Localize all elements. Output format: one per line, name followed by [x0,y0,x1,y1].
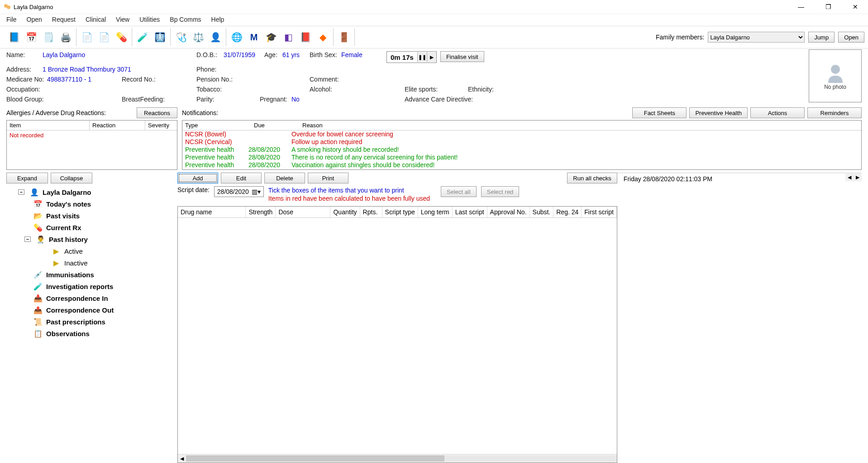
window-horizontal-scrollbar[interactable]: ◀ ▶ [845,173,862,181]
notification-row[interactable]: Preventive health28/08/2020There is no r… [182,154,861,161]
run-all-checks-button[interactable]: Run all checks [567,173,617,183]
allergies-table[interactable]: Item Reaction Severity Not recorded [6,120,177,170]
script-date-input[interactable]: 28/08/2020 ▥▾ [214,186,264,197]
toolbar-icon-7[interactable]: 💊 [114,30,128,44]
fact-sheets-button[interactable]: Fact Sheets [632,107,687,118]
rx-col[interactable]: First script [582,207,617,217]
toolbar-icon-3[interactable]: 🗒️ [42,30,55,44]
rx-col[interactable]: Approval No. [487,207,530,217]
toolbar-icon-4[interactable]: 🖨️ [59,30,72,44]
rx-col[interactable]: Rpts. [360,207,382,217]
menu-view[interactable]: View [116,16,129,23]
patient-header: Name: Layla Dalgarno D.O.B.: 31/07/1959 … [0,48,868,107]
addr-label: Address: [6,66,43,73]
tree-past-prescriptions[interactable]: 📜Past prescriptions [6,316,174,328]
delete-button[interactable]: Delete [264,173,305,183]
menu-request[interactable]: Request [52,16,76,23]
open-button[interactable]: Open [838,32,864,43]
reminders-button[interactable]: Reminders [807,107,862,118]
collapse-button[interactable]: Collapse [51,173,92,183]
notification-row[interactable]: NCSR (Bowel)Overdue for bowel cancer scr… [182,130,861,138]
jump-button[interactable]: Jump [808,32,835,43]
edit-button[interactable]: Edit [221,173,262,183]
rx-col[interactable]: Long term [418,207,453,217]
scroll-left-icon[interactable]: ◀ [178,456,186,462]
preventive-health-button[interactable]: Preventive Health [689,107,748,118]
svg-point-2 [831,65,840,74]
menu-clinical[interactable]: Clinical [86,16,106,23]
tree-observations[interactable]: 📋Observations [6,328,174,339]
calendar-dropdown-icon[interactable]: ▥▾ [252,188,261,195]
tree-current-rx[interactable]: 💊Current Rx [6,222,174,233]
timer-play-icon[interactable]: ▶ [427,52,436,62]
toolbar-icon-11[interactable]: ⚖️ [191,30,205,44]
select-all-button[interactable]: Select all [441,186,477,197]
menu-help[interactable]: Help [211,16,224,23]
scroll-left-icon[interactable]: ◀ [845,174,854,180]
rx-col[interactable]: Dose [276,207,330,217]
maximize-button[interactable]: ❐ [819,3,837,10]
tree-correspondence-out[interactable]: 📤Correspondence Out [6,304,174,316]
rx-col[interactable]: Drug name [178,207,246,217]
toolbar-icon-15[interactable]: 🎓 [264,30,278,44]
menu-open[interactable]: Open [27,16,42,23]
toolbar-icon-9[interactable]: 🩻 [153,30,167,44]
toolbar-icon-12[interactable]: 👤 [209,30,222,44]
family-select[interactable]: Layla Dalgarno [708,32,805,43]
add-button[interactable]: Add [177,173,218,183]
expand-button[interactable]: Expand [6,173,48,183]
finalise-visit-button[interactable]: Finalise visit [440,51,484,62]
toolbar-icon-exit[interactable]: 🚪 [337,30,351,44]
menu-bpcomms[interactable]: Bp Comms [170,16,201,23]
notification-row[interactable]: Preventive health28/08/2020Vaccination a… [182,161,861,169]
record-label: Record No.: [122,76,196,83]
mail-in-icon: 📥 [33,294,43,303]
tree-correspondence-in[interactable]: 📥Correspondence In [6,292,174,304]
select-red-button[interactable]: Select red [481,186,520,197]
tree-active[interactable]: ▶Active [6,245,174,257]
rx-col[interactable]: Quantity [330,207,360,217]
rx-horizontal-scrollbar[interactable]: ◀ ▶ [178,454,617,463]
tree-past-visits[interactable]: 📂Past visits [6,210,174,222]
print-button[interactable]: Print [308,173,348,183]
actions-button[interactable]: Actions [750,107,805,118]
toolbar-icon-1[interactable]: 📘 [7,30,21,44]
toolbar-icon-13[interactable]: 🌐 [230,30,243,44]
tree-investigation-reports[interactable]: 🧪Investigation reports [6,280,174,292]
tree-past-history[interactable]: −👨‍⚕️Past history [6,233,174,245]
rx-col[interactable]: Script type [382,207,418,217]
timer-pause-icon[interactable]: ❚❚ [417,52,427,62]
menu-file[interactable]: File [6,16,17,23]
toolbar-icon-6[interactable]: 📄 [97,30,111,44]
toolbar-icon-16[interactable]: ◧ [281,30,295,44]
toolbar-icon-2[interactable]: 📅 [24,30,38,44]
tree-root[interactable]: −👤Layla Dalgarno [6,186,174,198]
scroll-right-icon[interactable]: ▶ [854,174,862,180]
tree-inactive[interactable]: ▶Inactive [6,257,174,269]
notification-row[interactable]: NCSR (Cervical)Follow up action required [182,138,861,146]
reactions-button[interactable]: Reactions [137,107,177,118]
toolbar-icon-17[interactable]: 📕 [299,30,312,44]
toolbar-icon-5[interactable]: 📄 [80,30,94,44]
rx-col[interactable]: Last script [453,207,487,217]
notifications-table[interactable]: Type Due Reason NCSR (Bowel)Overdue for … [182,120,862,170]
tree-immunisations[interactable]: 💉Immunisations [6,269,174,280]
rx-col[interactable]: Subst. [530,207,554,217]
rx-col[interactable]: Strength [246,207,276,217]
toolbar-icon-18[interactable]: ◆ [316,30,329,44]
tree-scroll[interactable]: −👤Layla Dalgarno 📅Today's notes 📂Past vi… [6,186,174,463]
minimize-button[interactable]: — [792,3,810,10]
rx-col[interactable]: Reg. 24 [553,207,582,217]
expander-icon[interactable]: − [18,189,24,195]
toolbar-icon-8[interactable]: 🧪 [136,30,149,44]
rx-table[interactable]: Drug nameStrengthDoseQuantityRpts.Script… [177,206,617,463]
close-button[interactable]: ✕ [846,3,864,10]
notification-row[interactable]: Preventive health28/08/2020A smoking his… [182,146,861,154]
menu-utilities[interactable]: Utilities [139,16,160,23]
tree-todays-notes[interactable]: 📅Today's notes [6,198,174,210]
patient-photo[interactable]: No photo [809,49,862,102]
toolbar-icon-10[interactable]: 🩺 [174,30,188,44]
col-reason: Reason [300,121,861,130]
expander-icon[interactable]: − [24,236,31,242]
toolbar-icon-14[interactable]: M [247,30,261,44]
